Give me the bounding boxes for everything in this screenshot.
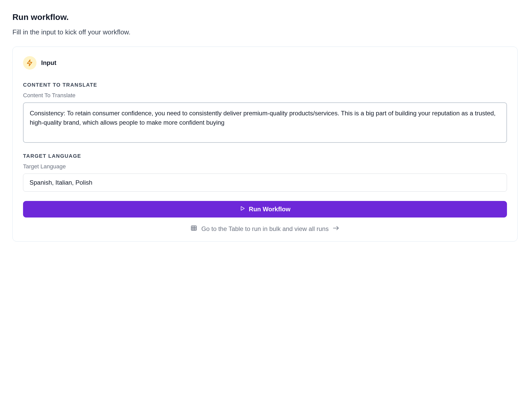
svg-rect-1 <box>191 226 196 230</box>
content-textarea[interactable]: Consistency: To retain consumer confiden… <box>23 102 507 143</box>
svg-marker-0 <box>241 207 244 211</box>
language-field-group: TARGET LANGUAGE Target Language <box>23 153 507 192</box>
card-title: Input <box>41 59 56 66</box>
page-title: Run workflow. <box>12 12 518 22</box>
language-heading: TARGET LANGUAGE <box>23 153 507 159</box>
arrow-right-icon <box>333 225 340 233</box>
table-link-label: Go to the Table to run in bulk and view … <box>201 225 329 233</box>
lightning-icon <box>23 56 36 70</box>
content-field-group: CONTENT TO TRANSLATE Content To Translat… <box>23 82 507 144</box>
run-workflow-button[interactable]: Run Workflow <box>23 201 507 218</box>
card-header: Input <box>23 56 507 70</box>
run-button-label: Run Workflow <box>249 206 291 213</box>
page-subtitle: Fill in the input to kick off your workf… <box>12 28 518 36</box>
table-icon <box>190 225 197 233</box>
play-icon <box>240 206 245 213</box>
language-label: Target Language <box>23 163 507 170</box>
go-to-table-link[interactable]: Go to the Table to run in bulk and view … <box>23 225 507 233</box>
content-heading: CONTENT TO TRANSLATE <box>23 82 507 88</box>
input-card: Input CONTENT TO TRANSLATE Content To Tr… <box>12 47 518 242</box>
content-label: Content To Translate <box>23 92 507 99</box>
language-input[interactable] <box>23 174 507 192</box>
